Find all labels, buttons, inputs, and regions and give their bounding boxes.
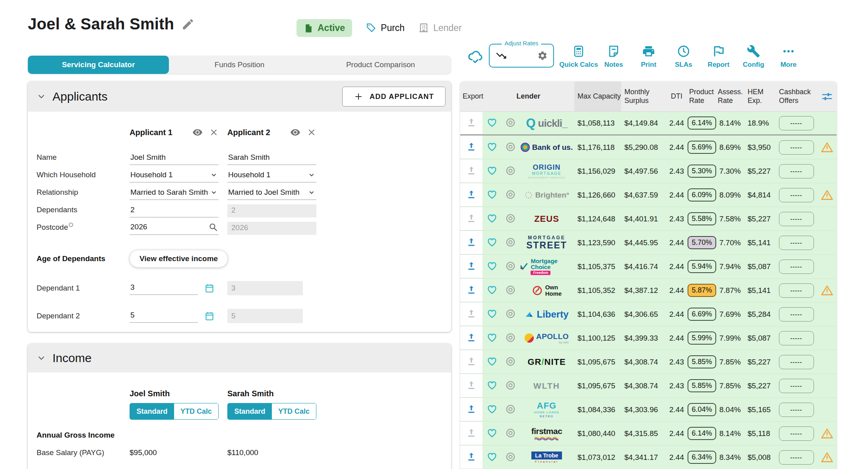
warning-icon[interactable] [821,427,833,440]
status-badge-active[interactable]: Active [296,19,352,37]
cashback-offers-button[interactable]: ----- [779,260,814,274]
base-salary-applicant1[interactable]: $95,000 [130,448,227,457]
column-lender[interactable]: Lender [482,92,574,101]
lender-row-latrobe[interactable]: La TrobeFinancial$1,073,012$4,341.172.44… [460,446,837,469]
cashback-offers-button[interactable]: ----- [779,164,814,178]
visibility-button[interactable] [505,237,516,249]
chevron-down-icon[interactable] [37,353,46,363]
tab-product-comparison[interactable]: Product Comparison [310,56,451,74]
lender-row-zeus[interactable]: ZEUS$1,124,648$4,401.912.435.58%7.58%$5,… [460,207,837,231]
favorite-button[interactable] [486,284,498,297]
eye-icon[interactable] [192,127,203,138]
lender-row-liberty[interactable]: Liberty$1,104,636$4,306.652.446.69%7.69%… [460,302,837,326]
product-rate-value[interactable]: 6.04% [688,403,716,416]
column-monthly-surplus[interactable]: Monthly Surplus [621,88,667,105]
toolbar-button-print[interactable]: Print [631,39,666,69]
export-button[interactable] [466,380,477,391]
favorite-button[interactable] [486,403,498,416]
edit-pencil-icon[interactable] [181,17,195,31]
relationship-select-1[interactable]: Married to Sarah Smith [130,186,219,200]
lender-row-firstmac[interactable]: firstmac$1,080,440$4,315.852.446.14%8.14… [460,422,837,446]
warning-icon[interactable] [821,189,833,202]
lender-row-wlth[interactable]: WLTH$1,095,675$4,308.742.435.85%7.85%$5,… [460,374,837,398]
warning-icon[interactable] [821,451,833,464]
lender-row-brighten[interactable]: Brighten°$1,126,660$4,637.592.446.09%8.0… [460,183,837,207]
column-max-capacity[interactable]: Max Capacity [574,81,621,111]
name-input-2[interactable]: Sarah Smith [227,151,316,165]
favorite-button[interactable] [486,165,498,177]
visibility-button[interactable] [505,452,516,463]
lender-row-ownhome[interactable]: OwnHome$1,105,352$4,387.122.445.87%7.87%… [460,279,837,302]
visibility-button[interactable] [505,356,516,368]
toolbar-button-more[interactable]: More [771,39,806,69]
visibility-button[interactable] [505,141,516,153]
export-button[interactable] [466,237,477,248]
product-rate-value[interactable]: 5.85% [688,379,716,392]
column-product-rate[interactable]: Product Rate [686,88,718,105]
column-dti[interactable]: DTI [667,92,686,101]
favorite-button[interactable] [486,213,498,225]
toolbar-button-slas[interactable]: SLAs [666,39,701,69]
column-hem-exp[interactable]: HEM Exp. [745,88,775,105]
toggle-standard[interactable]: Standard [228,403,272,419]
lender-row-bankofus[interactable]: Bank of us.$1,176,118$5,290.082.445.69%8… [460,136,837,159]
visibility-button[interactable] [505,213,516,225]
export-button[interactable] [466,428,477,439]
which-household-select-2[interactable]: Household 1 [227,169,316,182]
cashback-offers-button[interactable]: ----- [779,188,814,202]
favorite-button[interactable] [486,189,498,201]
toggle-ytd-calc[interactable]: YTD Calc [174,403,218,419]
trending-down-icon[interactable] [495,50,507,62]
lender-row-quickli[interactable]: Quickli_$1,058,113$4,149.842.446.14%8.14… [460,112,837,136]
cashback-offers-button[interactable]: ----- [779,355,814,369]
lender-row-granite[interactable]: GR/NITE$1,095,675$4,308.742.435.85%7.85%… [460,350,837,374]
favorite-button[interactable] [486,260,498,273]
toggle-standard[interactable]: Standard [130,403,174,419]
purchase-badge[interactable]: Purch [366,22,405,33]
name-input-1[interactable]: Joel Smith [130,151,219,165]
product-rate-value[interactable]: 6.14% [688,116,716,130]
column-assess-rate[interactable]: Assess. Rate [718,88,745,105]
dependant-age-input-applicant1[interactable]: 5 [130,309,198,323]
calendar-icon[interactable] [204,311,215,321]
favorite-button[interactable] [486,332,498,344]
cashback-offers-button[interactable]: ----- [779,403,814,417]
export-button[interactable] [466,141,477,153]
product-rate-value[interactable]: 5.85% [688,355,716,368]
export-button[interactable] [466,189,477,201]
export-button[interactable] [466,356,477,368]
visibility-button[interactable] [505,261,516,273]
cloud-sync-icon[interactable] [467,48,483,64]
toolbar-button-config[interactable]: Config [736,39,771,69]
visibility-button[interactable] [505,189,516,201]
cashback-offers-button[interactable]: ----- [779,307,814,322]
visibility-button[interactable] [505,308,516,320]
column-export[interactable]: Export [460,92,482,101]
lender-row-origin[interactable]: ORIGINMORTGAGEMANAGEMENT SERVICES$1,156,… [460,159,837,183]
eye-icon[interactable] [290,127,300,138]
product-rate-value[interactable]: 6.09% [688,188,716,202]
close-icon[interactable] [307,128,316,137]
visibility-button[interactable] [505,380,516,392]
toolbar-button-notes[interactable]: Notes [596,39,631,69]
close-icon[interactable] [209,128,219,137]
adjust-rates-control[interactable]: Adjust Rates [489,44,554,68]
add-applicant-button[interactable]: ADD APPLICANT [342,87,446,107]
cashback-offers-button[interactable]: ----- [779,450,814,465]
gear-icon[interactable] [537,50,548,61]
favorite-button[interactable] [486,427,498,440]
dependant-age-input-applicant1[interactable]: 3 [130,281,198,295]
cashback-offers-button[interactable]: ----- [779,236,814,250]
product-rate-value[interactable]: 6.34% [688,451,716,464]
favorite-button[interactable] [486,141,498,153]
filter-sliders-icon[interactable] [821,91,833,103]
applicants-header[interactable]: Applicants ADD APPLICANT [28,81,451,112]
product-rate-value[interactable]: 6.14% [688,427,716,440]
lender-row-apollo[interactable]: APOLLOby LMG$1,100,125$4,399.332.445.99%… [460,326,837,350]
cashback-offers-button[interactable]: ----- [779,212,814,226]
which-household-select-1[interactable]: Household 1 [130,169,219,182]
product-rate-value[interactable]: 5.30% [688,165,716,178]
visibility-button[interactable] [505,404,516,416]
product-rate-value[interactable]: 6.69% [688,308,716,321]
column-cashback-offers[interactable]: Cashback Offers [775,88,818,105]
